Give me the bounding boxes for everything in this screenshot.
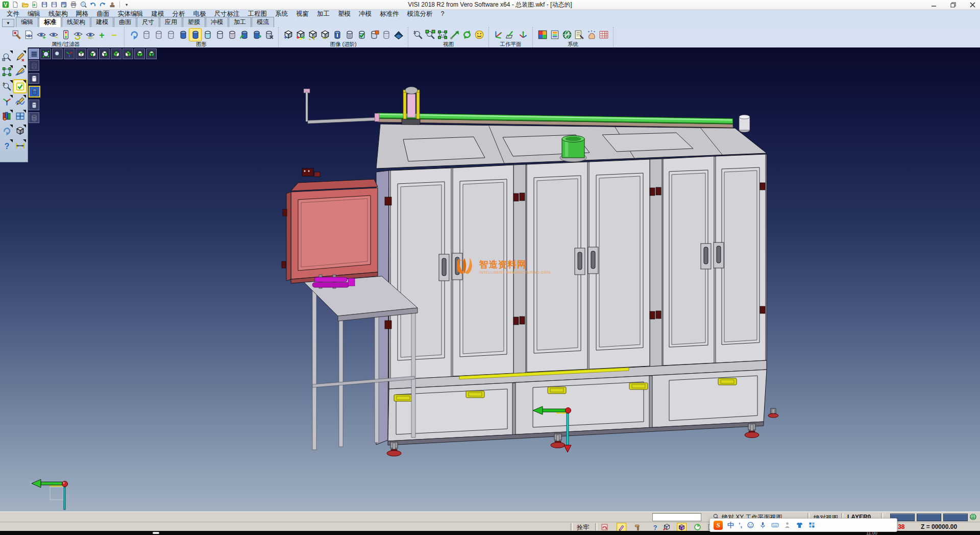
cyl-green-swap-icon[interactable] [238,29,250,41]
minimize-icon[interactable] [930,2,937,8]
books-attributes-icon[interactable] [1,110,13,122]
wireframe-icon[interactable] [29,60,39,71]
menu-item-15[interactable]: 冲模 [355,9,376,19]
save-icon[interactable] [40,1,48,9]
tabbar-dropdown-icon[interactable]: ▼ [2,19,14,27]
filter-add-icon[interactable]: + [96,29,108,41]
tab-1[interactable]: 标准 [39,17,61,27]
model-viewport[interactable]: Y ±? [0,47,980,512]
color-grid-icon[interactable] [536,29,548,41]
question-context-icon[interactable]: ? [651,523,659,531]
machine-3d-view[interactable]: Y [0,47,980,512]
tab-4[interactable]: 曲面 [114,17,136,27]
cyl-slot-icon[interactable] [331,29,343,41]
menu-item-16[interactable]: 标准件 [376,9,403,19]
person-icon[interactable] [783,521,791,529]
frame-fit-icon[interactable] [40,48,51,59]
microphone-icon[interactable] [759,521,767,529]
ime-logo-icon[interactable]: S [714,521,723,530]
menu-item-17[interactable]: 模流分析 [403,9,437,19]
ime-language-toggle[interactable]: 中 [727,521,734,530]
cyl-solid-icon[interactable] [177,29,189,41]
filter-remove-icon[interactable]: − [109,29,120,41]
tab-3[interactable]: 建模 [91,17,113,27]
menu-item-18[interactable]: ? [437,10,449,18]
menu-item-12[interactable]: 视窗 [292,9,313,19]
stamp-icon[interactable] [108,1,116,9]
axes-workplane-c-icon[interactable] [517,29,529,41]
cube-left-icon[interactable] [122,48,133,59]
color-swatch-3[interactable] [943,514,968,521]
cyl-solid-selected-icon[interactable] [189,29,201,41]
hammer-build-icon[interactable] [633,523,642,531]
cyl-stripe-icon[interactable] [344,29,355,41]
circle-refresh-icon[interactable] [693,523,702,531]
color-swatch-2[interactable] [917,514,941,521]
ime-punctuation-toggle[interactable]: ’, [739,521,742,529]
toolbar-options-dropdown-icon[interactable]: ▾ [123,1,131,9]
axes-workplane-a-icon[interactable] [493,29,504,41]
restore-icon[interactable] [949,2,957,8]
eye-refresh-icon[interactable] [72,29,84,41]
refresh-regen-icon[interactable] [1,125,13,137]
grid-table-icon[interactable] [598,29,609,41]
frame-select-icon[interactable] [1,65,13,78]
check-filter-icon[interactable] [14,80,26,92]
prism-dark-icon[interactable] [393,29,404,41]
cube-bottom-icon[interactable] [87,48,98,59]
tab-9[interactable]: 加工 [229,17,251,27]
smiley-render-icon[interactable] [473,29,485,41]
cube-plusminus-icon[interactable]: +/− [319,29,331,41]
cyl-cyan-icon[interactable] [202,29,213,41]
shaded-icon[interactable] [29,86,40,98]
window-layout-icon[interactable] [14,110,26,122]
globe-icon[interactable] [969,513,977,522]
zoom-dynamic-icon[interactable] [52,48,63,59]
cube-top-icon[interactable] [76,48,86,59]
hamburger-icon[interactable] [29,48,39,59]
traffic-filter-icon[interactable] [60,29,71,41]
tab-5[interactable]: 尺寸 [137,17,159,27]
close-icon[interactable] [969,2,976,8]
history-red-icon[interactable] [600,523,609,531]
pencil-edit-icon[interactable] [14,51,26,63]
axes-workplane-b-icon[interactable] [505,29,517,41]
cube-back-icon[interactable] [111,48,121,59]
cyl-hatch-icon[interactable] [226,29,238,41]
paint-filter-icon[interactable] [11,29,22,41]
link-arrow-icon[interactable] [449,29,460,41]
globe-icon[interactable] [969,513,977,521]
zoom-box-icon[interactable]: ± [1,80,13,92]
list-config-icon[interactable] [573,29,585,41]
cyl-light-icon[interactable] [214,29,226,41]
tab-0[interactable]: 编辑 [16,17,38,27]
import-file-icon[interactable] [31,1,39,9]
cube-shading-icon[interactable] [14,125,26,137]
cubes-add-icon[interactable]: + [282,29,294,41]
hidden-line-icon[interactable] [29,73,39,84]
axes-mini-icon[interactable] [64,48,75,59]
cyl-flag-icon[interactable] [368,29,380,41]
tab-8[interactable]: 冲模 [206,17,228,27]
cubes-traffic-icon[interactable] [295,29,306,41]
cyl-settings-icon[interactable] [263,29,275,41]
cube-front-icon[interactable] [99,48,110,59]
undo-icon[interactable] [89,1,97,9]
cyl-check-icon[interactable] [356,29,368,41]
new-doc-icon[interactable] [11,1,19,9]
cyl-copy-icon[interactable] [251,29,262,41]
save-as-icon[interactable] [50,1,58,9]
pencil-spline-icon[interactable] [14,65,26,78]
eye-plusminus-icon[interactable]: +/− [84,29,96,41]
refresh-view-icon[interactable] [461,29,473,41]
refresh-graphics-icon[interactable] [128,29,140,41]
hand-snap-icon[interactable] [585,29,597,41]
export-file-icon[interactable] [60,1,68,9]
smiley-icon[interactable] [747,521,754,529]
print-icon[interactable] [69,1,78,9]
zoom-search-icon[interactable] [1,51,13,63]
eye-remove-icon[interactable]: − [47,29,59,41]
menu-item-11[interactable]: 系统 [271,9,292,19]
menu-item-14[interactable]: 塑模 [334,9,355,19]
cube-export-icon[interactable] [663,523,671,531]
